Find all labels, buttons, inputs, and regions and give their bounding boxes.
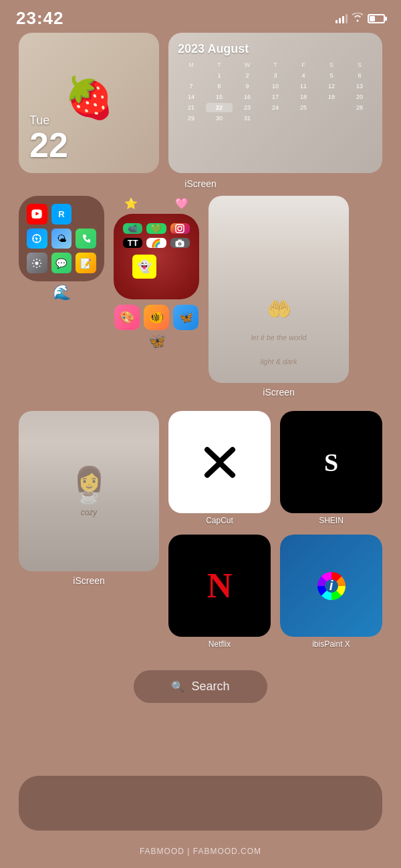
- signal-icon: [336, 14, 348, 23]
- svg-rect-2: [176, 225, 184, 233]
- youtube-icon: [27, 204, 47, 225]
- shein-wrapper: S SHEIN: [280, 411, 382, 525]
- ibis-icon[interactable]: i: [280, 535, 382, 637]
- tiktok-icon: TT: [123, 238, 142, 248]
- search-bar[interactable]: 🔍 Search: [134, 670, 267, 703]
- settings-icon: [27, 253, 47, 273]
- widget-row: Tue 22 2023 August M T W T F S S 1 2 3 4: [19, 33, 382, 173]
- battery-icon: [368, 14, 385, 23]
- notes-icon: 📝: [76, 253, 96, 273]
- calendar-widget[interactable]: 2023 August M T W T F S S 1 2 3 4 5 6 7 …: [168, 33, 382, 173]
- butterfly-emoji: 🦋: [148, 333, 166, 350]
- widget-date: 22: [29, 128, 68, 162]
- roblox-icon: R: [51, 204, 72, 225]
- heart-emoji: 🩷: [175, 197, 188, 210]
- apps-grid: CapCut S SHEIN N Netflix: [168, 411, 382, 649]
- snapchat-row: 👻: [123, 252, 166, 279]
- status-icons: [336, 13, 385, 25]
- capcut-label: CapCut: [206, 516, 233, 525]
- iscreen-right-col: 🤲let it be the worldlight & dark iScreen: [209, 196, 349, 404]
- svg-point-4: [182, 226, 183, 227]
- facetime-icon: 📹: [123, 223, 142, 234]
- svg-point-3: [178, 227, 182, 231]
- apps-bottom-section: 👩 ☕ cozy iScreen CapCut: [19, 411, 382, 649]
- wifi-icon: [352, 13, 364, 25]
- date-photo-widget[interactable]: Tue 22: [19, 33, 159, 173]
- weather-icon: 🌤: [51, 229, 72, 249]
- messages-icon: 💬: [51, 253, 72, 273]
- app-icon-3[interactable]: 🦋: [173, 305, 198, 330]
- iscreen-label-bottom: iScreen: [73, 575, 104, 586]
- capcut-icon[interactable]: [168, 411, 271, 513]
- wave-emoji: 🌊: [53, 284, 71, 301]
- star-emoji: ⭐: [124, 197, 138, 210]
- brown-folder[interactable]: R 🌤: [19, 196, 104, 281]
- ibis-wrapper: i ibisPaint X: [280, 535, 382, 649]
- svg-rect-8: [178, 239, 182, 241]
- calendar-title: 2023 August: [178, 42, 373, 56]
- shein-label: SHEIN: [319, 516, 344, 525]
- date-overlay: Tue 22: [29, 114, 68, 162]
- snapchat-icon: 👻: [132, 255, 156, 279]
- iscreen-label-top: iScreen: [19, 178, 382, 189]
- safari-icon: [27, 229, 47, 249]
- ibis-label: ibisPaint X: [312, 639, 350, 649]
- red-folder[interactable]: 📹 💚 TT 🌈: [114, 214, 199, 299]
- svg-point-7: [179, 243, 181, 245]
- whatsapp-icon: 💚: [146, 223, 166, 234]
- folder-row: R 🌤: [19, 196, 199, 350]
- dock: [19, 776, 382, 831]
- camera-app-icon: [170, 238, 190, 248]
- hands-photo: 🤲let it be the worldlight & dark: [209, 196, 349, 383]
- mid-section: R 🌤: [19, 196, 382, 404]
- status-bar: 23:42: [0, 0, 401, 33]
- footer: FABMOOD | FABMOOD.COM: [0, 847, 401, 856]
- iscreen-bottom-col: 👩 ☕ cozy iScreen: [19, 411, 159, 649]
- search-area: 🔍 Search: [19, 670, 382, 703]
- calendar-grid: 1 2 3 4 5 6 7 8 9 10 11 12 13 14 15 16 1…: [178, 71, 373, 123]
- phone-icon: [76, 229, 96, 249]
- shein-icon[interactable]: S: [280, 411, 382, 513]
- status-time: 23:42: [16, 8, 64, 29]
- home-screen: Tue 22 2023 August M T W T F S S 1 2 3 4: [0, 33, 401, 703]
- calendar-days-header: M T W T F S S: [178, 61, 373, 68]
- netflix-label: Netflix: [209, 639, 231, 649]
- svg-point-1: [35, 261, 39, 265]
- capcut-wrapper: CapCut: [168, 411, 271, 525]
- instagram-icon: [170, 223, 190, 234]
- app-icon-1[interactable]: 🎨: [114, 305, 140, 330]
- iscreen-label-right: iScreen: [263, 387, 294, 398]
- iscreen-photo-left[interactable]: 👩 ☕ cozy: [19, 411, 159, 571]
- search-icon: 🔍: [171, 680, 184, 693]
- netflix-icon[interactable]: N: [168, 535, 271, 637]
- netflix-wrapper: N Netflix: [168, 535, 271, 649]
- photos-app-icon: 🌈: [146, 238, 166, 248]
- color-apps-row: 🎨 🐠 🦋: [114, 305, 198, 330]
- red-folder-emoji-top: ⭐ 🩷: [114, 196, 199, 214]
- iscreen-widget-right[interactable]: 🤲let it be the worldlight & dark: [209, 196, 349, 383]
- search-label: Search: [191, 680, 229, 694]
- app-icon-2[interactable]: 🐠: [144, 305, 169, 330]
